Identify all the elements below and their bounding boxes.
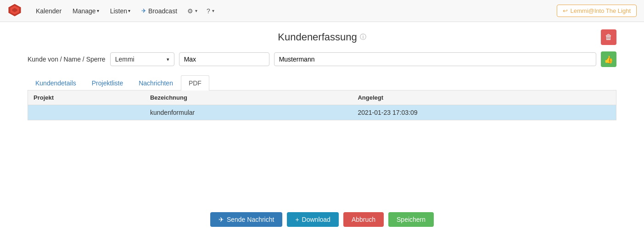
nav-listen[interactable]: Listen ▾ [106,5,135,17]
nav-broadcast[interactable]: ✈ Broadcast [137,5,182,17]
cell-bezeichnung: kundenformular [145,105,352,120]
tab-nachrichten[interactable]: Nachrichten [131,75,181,90]
tab-nachrichten-label: Nachrichten [139,79,173,87]
cancel-label: Abbruch [352,216,375,223]
tab-kundendetails-label: Kundendetails [35,79,76,87]
kunde-select[interactable]: Lemmi ▾ [110,52,174,66]
download-label: Download [302,216,330,223]
kunde-select-value: Lemmi [115,56,134,63]
cell-angelegt: 2021-01-23 17:03:09 [352,105,616,120]
download-button[interactable]: + Download [287,212,338,227]
settings-caret-icon: ▾ [195,8,197,13]
tab-pdf-label: PDF [189,79,202,87]
nav-listen-label: Listen [110,7,127,15]
tab-kundendetails[interactable]: Kundendetails [28,75,84,90]
table-row[interactable]: kundenformular 2021-01-23 17:03:09 [28,105,616,120]
brand-logo-icon [7,3,22,17]
tab-projektliste[interactable]: Projektliste [84,75,131,90]
page-title-row: Kundenerfassung ⓘ 🗑 [28,31,616,43]
navbar: Kalender Manage ▾ Listen ▾ ✈ Broadcast ⚙… [0,0,644,22]
delete-button[interactable]: 🗑 [601,29,616,45]
help-circle-icon[interactable]: ⓘ [360,33,366,41]
tab-pdf[interactable]: PDF [181,75,209,90]
tabs: Kundendetails Projektliste Nachrichten P… [28,75,616,90]
user-arrow-icon: ↩ [563,7,568,14]
send-label: Sende Nachricht [227,216,274,223]
save-label: Speichern [397,216,426,223]
footer-buttons: ✈ Sende Nachricht + Download Abbruch Spe… [28,212,616,236]
last-name-input[interactable] [274,52,596,66]
form-row: Kunde von / Name / Sperre Lemmi ▾ 👍 [28,51,616,67]
form-label: Kunde von / Name / Sperre [28,56,106,63]
help-question-icon: ? [207,7,210,15]
cell-projekt [28,105,145,120]
user-label: Lemmi@Into The Light [571,7,631,14]
col-projekt: Projekt [28,90,145,105]
nav-manage-label: Manage [73,7,96,15]
nav-manage-caret-icon: ▾ [97,8,99,13]
nav-manage[interactable]: Manage ▾ [68,5,104,17]
nav-kalender[interactable]: Kalender [31,5,66,17]
nav-listen-caret-icon: ▾ [128,8,130,13]
help-caret-icon: ▾ [212,8,214,13]
download-plus-icon: + [295,216,299,223]
select-chevron-icon: ▾ [167,56,169,62]
thumbs-up-icon: 👍 [604,55,613,64]
nav-broadcast-label: Broadcast [148,7,177,15]
save-button[interactable]: Speichern [388,212,434,227]
nav-right: ↩ Lemmi@Into The Light [557,5,637,17]
page-title: Kundenerfassung [278,31,357,43]
col-bezeichnung: Bezeichnung [145,90,352,105]
cancel-button[interactable]: Abbruch [343,212,384,227]
broadcast-send-icon: ✈ [141,7,146,14]
page-container: Kundenerfassung ⓘ 🗑 Kunde von / Name / S… [0,22,644,242]
send-icon: ✈ [218,216,224,223]
pdf-table: Projekt Bezeichnung Angelegt kundenformu… [28,90,616,120]
nav-help[interactable]: ? ▾ [203,5,218,17]
tab-projektliste-label: Projektliste [92,79,123,87]
table-container: Projekt Bezeichnung Angelegt kundenformu… [28,90,616,120]
user-menu-button[interactable]: ↩ Lemmi@Into The Light [557,5,637,17]
nav-kalender-label: Kalender [36,7,62,15]
trash-icon: 🗑 [605,33,612,41]
send-message-button[interactable]: ✈ Sende Nachricht [210,212,283,227]
brand[interactable] [7,3,22,19]
nav-settings[interactable]: ⚙ ▾ [184,5,201,17]
settings-gear-icon: ⚙ [187,7,193,15]
nav-items: Kalender Manage ▾ Listen ▾ ✈ Broadcast ⚙… [31,5,557,17]
first-name-input[interactable] [179,52,269,66]
confirm-button[interactable]: 👍 [601,51,616,67]
col-angelegt: Angelegt [352,90,616,105]
